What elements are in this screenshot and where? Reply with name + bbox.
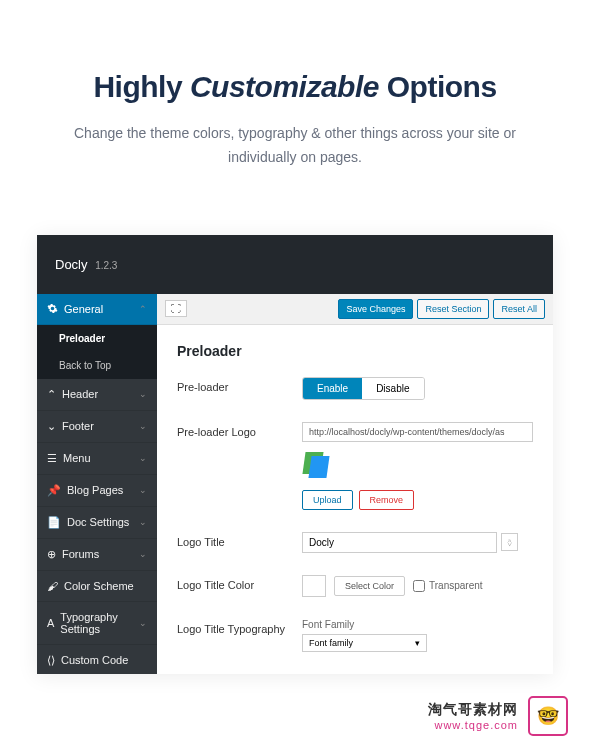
admin-panel: Docly 1.2.3 General ⌃ Preloader Back to … [37,235,553,674]
main-content: ⛶ Save Changes Reset Section Reset All P… [157,294,553,674]
hero-section: Highly Customizable Options Change the t… [0,0,590,200]
preloader-toggle[interactable]: Enable Disable [302,377,425,400]
font-family-select[interactable]: Font family ▾ [302,634,427,652]
sidebar-item-forums[interactable]: ⊕Forums ⌄ [37,539,157,571]
reset-all-button[interactable]: Reset All [493,299,545,319]
logo-title-input[interactable] [302,532,497,553]
logo-label: Pre-loader Logo [177,422,302,438]
page-subtitle: Change the theme colors, typography & ot… [40,122,550,170]
sidebar-item-doc[interactable]: 📄Doc Settings ⌄ [37,507,157,539]
app-version: 1.2.3 [95,260,117,271]
toolbar: ⛶ Save Changes Reset Section Reset All [157,294,553,325]
logo-typo-label: Logo Title Typography [177,619,302,635]
upload-button[interactable]: Upload [302,490,353,510]
chevron-down-icon: ⌄ [139,485,147,495]
chevron-down-icon: ⌄ [139,549,147,559]
enable-option[interactable]: Enable [303,378,362,399]
remove-button[interactable]: Remove [359,490,415,510]
menu-icon: ☰ [47,452,57,465]
chevron-up-icon: ⌃ [139,304,147,314]
preloader-label: Pre-loader [177,377,302,393]
sidebar-item-general[interactable]: General ⌃ [37,294,157,325]
sidebar-sub-back-to-top[interactable]: Back to Top [37,352,157,379]
code-icon: ⟨⟩ [47,654,55,667]
pin-icon: 📌 [47,484,61,497]
forums-icon: ⊕ [47,548,56,561]
save-button[interactable]: Save Changes [338,299,413,319]
sidebar-item-custom[interactable]: ⟨⟩Custom Code [37,645,157,674]
logo-url-input[interactable] [302,422,533,442]
sidebar-item-menu[interactable]: ☰Menu ⌄ [37,443,157,475]
sidebar-item-blog[interactable]: 📌Blog Pages ⌄ [37,475,157,507]
page-title: Highly Customizable Options [40,70,550,104]
brush-icon: 🖌 [47,580,58,592]
sidebar-item-header[interactable]: ⌃Header ⌄ [37,379,157,411]
sidebar-item-footer[interactable]: ⌄Footer ⌄ [37,411,157,443]
mascot-icon: 🤓 [528,696,568,736]
titlebar: Docly 1.2.3 [37,235,553,294]
chevron-down-icon: ⌄ [139,517,147,527]
chevron-down-icon: ⌄ [139,389,147,399]
sidebar: General ⌃ Preloader Back to Top ⌃Header … [37,294,157,674]
color-swatch[interactable] [302,575,326,597]
expand-icon[interactable]: ⛶ [165,300,187,317]
logo-title-label: Logo Title [177,532,302,548]
select-color-button[interactable]: Select Color [334,576,405,596]
disable-option[interactable]: Disable [362,378,423,399]
gear-icon [47,303,58,314]
transparent-checkbox[interactable]: Transparent [413,580,483,592]
section-heading: Preloader [177,343,533,359]
chevron-down-icon: ⌄ [139,421,147,431]
watermark-url: www.tqge.com [428,719,518,731]
chevron-down-icon: ▾ [415,638,420,648]
font-icon: A [47,617,54,629]
sidebar-item-color[interactable]: 🖌Color Scheme [37,571,157,602]
font-family-label: Font Family [302,619,533,630]
text-icon[interactable]: ⎀ [501,533,518,551]
watermark-title: 淘气哥素材网 [428,701,518,719]
logo-preview [302,452,330,480]
sidebar-item-typography[interactable]: ATypography Settings ⌄ [37,602,157,645]
chevron-down-icon: ⌄ [139,618,147,628]
document-icon: 📄 [47,516,61,529]
watermark: 淘气哥素材网 www.tqge.com 🤓 [428,696,568,736]
chevron-up-icon: ⌃ [47,388,56,401]
app-name: Docly [55,257,88,272]
logo-color-label: Logo Title Color [177,575,302,591]
chevron-down-icon: ⌄ [139,453,147,463]
chevron-down-icon: ⌄ [47,420,56,433]
sidebar-sub-preloader[interactable]: Preloader [37,325,157,352]
reset-section-button[interactable]: Reset Section [417,299,489,319]
